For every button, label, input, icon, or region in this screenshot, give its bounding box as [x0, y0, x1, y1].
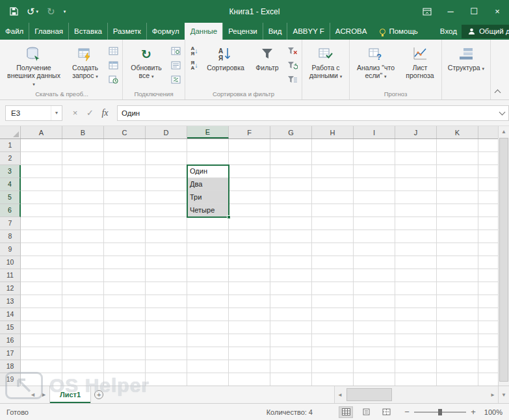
cell-F14[interactable] — [229, 308, 270, 321]
ribbon-tab-acrobat[interactable]: ACROBA — [330, 23, 372, 40]
name-box[interactable]: E3 ▾ — [5, 105, 62, 121]
row-header-11[interactable]: 11 — [0, 269, 21, 282]
ribbon-tab-file[interactable]: Файл — [0, 23, 29, 40]
ribbon-tab-view[interactable]: Вид — [263, 23, 287, 40]
close-button[interactable]: × — [486, 0, 509, 23]
cell-E16[interactable] — [187, 334, 229, 347]
cell-A16[interactable] — [21, 334, 62, 347]
cell-F10[interactable] — [229, 256, 270, 269]
connections-button[interactable] — [168, 45, 183, 57]
cell-A3[interactable] — [21, 165, 62, 178]
cell-A12[interactable] — [21, 282, 62, 295]
zoom-slider-thumb[interactable] — [438, 409, 442, 415]
zoom-out-button[interactable]: − — [401, 407, 413, 417]
cell-C4[interactable] — [104, 178, 146, 191]
vertical-scrollbar[interactable]: ▲ — [498, 126, 509, 386]
row-header-6[interactable]: 6 — [0, 204, 21, 217]
scroll-up-arrow[interactable]: ▲ — [499, 126, 509, 137]
cell-A14[interactable] — [21, 308, 62, 321]
cell-A10[interactable] — [21, 256, 62, 269]
redo-button[interactable]: ↻ — [47, 7, 55, 16]
cell-I8[interactable] — [354, 230, 395, 243]
cell-J7[interactable] — [395, 217, 437, 230]
cell-K18[interactable] — [437, 360, 478, 373]
cell-J6[interactable] — [395, 204, 437, 217]
scroll-down-arrow[interactable]: ▼ — [498, 386, 509, 403]
cell-F3[interactable] — [229, 165, 270, 178]
column-header-K[interactable]: K — [437, 126, 478, 138]
cell-J15[interactable] — [395, 321, 437, 334]
cell-A2[interactable] — [21, 152, 62, 165]
cell-H6[interactable] — [312, 204, 354, 217]
cell-K8[interactable] — [437, 230, 478, 243]
cell-F6[interactable] — [229, 204, 270, 217]
cell-C11[interactable] — [104, 269, 146, 282]
ribbon-display-options-button[interactable] — [415, 0, 439, 23]
cell-E14[interactable] — [187, 308, 229, 321]
column-header-I[interactable]: I — [354, 126, 395, 138]
cell-K6[interactable] — [437, 204, 478, 217]
cell-J12[interactable] — [395, 282, 437, 295]
page-break-view-button[interactable] — [379, 406, 393, 418]
cell-G1[interactable] — [270, 139, 312, 152]
cell-B7[interactable] — [62, 217, 104, 230]
cell-K5[interactable] — [437, 191, 478, 204]
cell-B13[interactable] — [62, 295, 104, 308]
column-header-C[interactable]: C — [104, 126, 146, 138]
cell-F8[interactable] — [229, 230, 270, 243]
cell-B12[interactable] — [62, 282, 104, 295]
cell-F16[interactable] — [229, 334, 270, 347]
cell-D9[interactable] — [146, 243, 187, 256]
cell-G8[interactable] — [270, 230, 312, 243]
cell-I1[interactable] — [354, 139, 395, 152]
cell-E17[interactable] — [187, 347, 229, 360]
cell-I18[interactable] — [354, 360, 395, 373]
normal-view-button[interactable] — [339, 406, 353, 418]
filter-button[interactable]: Фильтр — [250, 42, 285, 89]
cell-K1[interactable] — [437, 139, 478, 152]
cell-A9[interactable] — [21, 243, 62, 256]
cell-H12[interactable] — [312, 282, 354, 295]
horizontal-scroll-thumb[interactable] — [346, 388, 392, 401]
scroll-left-arrow[interactable]: ◄ — [335, 392, 345, 398]
ribbon-tab-review[interactable]: Рецензи — [222, 23, 262, 40]
row-header-2[interactable]: 2 — [0, 152, 21, 165]
cell-C3[interactable] — [104, 165, 146, 178]
edit-links-button[interactable] — [168, 73, 183, 86]
sheet-nav-next-button[interactable]: ► — [38, 386, 49, 403]
cell-B3[interactable] — [62, 165, 104, 178]
cell-G6[interactable] — [270, 204, 312, 217]
cell-H7[interactable] — [312, 217, 354, 230]
cell-K3[interactable] — [437, 165, 478, 178]
cell-E11[interactable] — [187, 269, 229, 282]
sheet-tab-list1[interactable]: Лист1 — [49, 386, 91, 403]
cell-C17[interactable] — [104, 347, 146, 360]
sort-button[interactable]: АЯ Сортировка — [202, 42, 249, 89]
row-header-9[interactable]: 9 — [0, 243, 21, 256]
cell-I12[interactable] — [354, 282, 395, 295]
ribbon-tab-insert[interactable]: Вставка — [68, 23, 107, 40]
cell-E10[interactable] — [187, 256, 229, 269]
cell-K9[interactable] — [437, 243, 478, 256]
cell-G10[interactable] — [270, 256, 312, 269]
row-header-8[interactable]: 8 — [0, 230, 21, 243]
cell-H3[interactable] — [312, 165, 354, 178]
cell-D6[interactable] — [146, 204, 187, 217]
cell-K12[interactable] — [437, 282, 478, 295]
properties-button[interactable] — [168, 59, 183, 72]
collapse-ribbon-button[interactable] — [491, 87, 503, 96]
forecast-sheet-button[interactable]: Лист прогноза — [400, 42, 439, 89]
cell-E8[interactable] — [187, 230, 229, 243]
cell-H15[interactable] — [312, 321, 354, 334]
sign-in-button[interactable]: Вход — [436, 23, 462, 40]
column-header-F[interactable]: F — [229, 126, 270, 138]
cell-F2[interactable] — [229, 152, 270, 165]
cell-D15[interactable] — [146, 321, 187, 334]
formula-input[interactable]: Один — [117, 105, 496, 121]
cell-E19[interactable] — [187, 373, 229, 386]
cell-F19[interactable] — [229, 373, 270, 386]
cell-B8[interactable] — [62, 230, 104, 243]
cell-B2[interactable] — [62, 152, 104, 165]
cell-C14[interactable] — [104, 308, 146, 321]
row-header-5[interactable]: 5 — [0, 191, 21, 204]
